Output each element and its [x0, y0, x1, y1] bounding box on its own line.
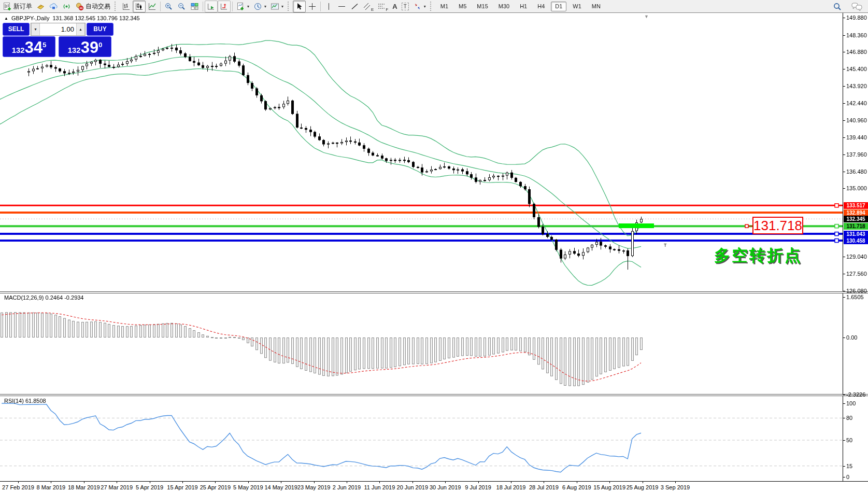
object-t-marker[interactable]: T [664, 243, 667, 248]
macd-indicator-plot[interactable] [0, 293, 843, 394]
horizontal-line-tool-button[interactable] [335, 1, 348, 12]
zoom-in-button[interactable] [162, 1, 175, 12]
cursor-icon [295, 2, 304, 11]
zoom-out-button[interactable] [175, 1, 188, 12]
timeframe-M30[interactable]: M30 [494, 2, 514, 11]
time-axis-label: 11 Jun 2019 [364, 484, 395, 490]
price-axis-tick [843, 291, 845, 291]
line-chart-icon [148, 2, 156, 11]
fibonacci-sub-label: F [386, 7, 388, 12]
autotrading-icon [75, 2, 84, 11]
text-tool-button[interactable]: A [390, 1, 399, 12]
price-axis-tick-label: 129.040 [846, 254, 867, 260]
search-icon [833, 2, 842, 11]
timeframe-H1[interactable]: H1 [516, 2, 531, 11]
arrows-dropdown-caret[interactable]: ▾ [424, 4, 426, 9]
rsi-axis-tick-label: 15 [846, 463, 852, 469]
price-level-label: 131.718 [844, 223, 868, 230]
toolbar-drag-handle[interactable] [288, 2, 291, 11]
time-axis-tick [84, 482, 84, 483]
green-highlight-segment[interactable] [619, 223, 654, 228]
trendline-tool-button[interactable] [348, 1, 361, 12]
channel-tool-button[interactable]: E [361, 1, 376, 12]
candlestick-chart-button[interactable] [133, 1, 146, 12]
sell-button[interactable]: SELL [3, 23, 30, 36]
chart-ohlc-values: 131.368 132.545 130.796 132.345 [52, 15, 139, 21]
text-label-tool-button[interactable]: T [400, 1, 411, 12]
panel-collapse-icon[interactable]: ▲ [4, 16, 8, 21]
rsi-axis-tick [843, 477, 845, 477]
indicators-dropdown-caret[interactable]: ▾ [247, 4, 249, 9]
price-axis-tick [843, 274, 845, 274]
rsi-axis-tick [843, 466, 845, 467]
time-axis-label: 8 Mar 2019 [37, 484, 66, 490]
chart-shift-icon [220, 2, 229, 11]
crosshair-tool-button[interactable] [306, 1, 319, 12]
price-axis-tick-label: 149.880 [846, 15, 867, 21]
periods-dropdown-caret[interactable]: ▾ [264, 4, 266, 9]
volume-input[interactable] [40, 23, 76, 35]
timeframe-H4[interactable]: H4 [533, 2, 549, 11]
timeframe-W1[interactable]: W1 [568, 2, 586, 11]
time-axis[interactable]: 27 Feb 20198 Mar 201918 Mar 201927 Mar 2… [0, 481, 868, 492]
macd-panel-splitter[interactable] [0, 291, 868, 293]
buy-button[interactable]: BUY [87, 23, 113, 36]
vertical-line-tool-button[interactable] [322, 1, 335, 12]
toolbar-drag-handle[interactable] [115, 2, 118, 11]
candlestick-chart-icon [135, 2, 144, 11]
market-button[interactable] [47, 1, 60, 12]
volume-decrease-button[interactable]: ▾ [31, 23, 40, 35]
clock-icon [253, 2, 262, 11]
buy-price-display[interactable]: 132390 [59, 36, 111, 57]
auto-scroll-button[interactable] [205, 1, 218, 12]
rsi-axis-tick-label: 100 [846, 400, 856, 406]
turning-point-annotation[interactable]: 多空转折点 [714, 245, 802, 266]
sell-price-prefix: 132 [12, 46, 25, 54]
time-axis-tick [314, 482, 315, 483]
time-axis-tick [544, 482, 544, 483]
sell-price-display[interactable]: 132345 [3, 36, 55, 57]
new-order-button[interactable]: 新订单 [1, 1, 34, 12]
chart-shift-button[interactable] [218, 1, 231, 12]
community-chat-button[interactable] [849, 1, 865, 12]
fibonacci-icon [378, 2, 385, 11]
price-axis-tick [843, 69, 845, 69]
autotrading-button[interactable]: 自动交易 [73, 1, 112, 12]
tile-windows-button[interactable] [188, 1, 201, 12]
fibonacci-tool-button[interactable]: F [376, 1, 390, 12]
price-axis-tick [843, 120, 845, 121]
toolbar-drag-handle[interactable] [430, 2, 433, 11]
price-callout-box[interactable]: 131.718 [752, 217, 803, 234]
bar-chart-button[interactable] [120, 1, 133, 12]
volume-increase-button[interactable]: ▴ [76, 23, 85, 35]
price-axis-tick [843, 137, 845, 138]
new-order-label: 新订单 [13, 2, 32, 11]
price-axis-tick-label: 140.960 [846, 117, 867, 123]
line-chart-button[interactable] [146, 1, 159, 12]
rsi-indicator-plot[interactable] [0, 396, 843, 481]
price-axis-tick [843, 154, 845, 155]
price-axis-tick [843, 172, 845, 172]
rsi-axis-tick [843, 403, 845, 404]
timeframe-M5[interactable]: M5 [454, 2, 471, 11]
price-axis-line[interactable] [843, 13, 843, 481]
timeframe-M15[interactable]: M15 [473, 2, 492, 11]
signals-button[interactable] [60, 1, 73, 12]
macd-axis-tick [843, 297, 845, 298]
templates-button[interactable]: ▾ [268, 1, 286, 12]
quotes-button[interactable] [34, 1, 47, 12]
timeframe-M1[interactable]: M1 [436, 2, 452, 11]
timeframe-MN[interactable]: MN [588, 2, 605, 11]
text-label-tool-icon: T [402, 3, 409, 10]
time-axis-tick [281, 482, 281, 483]
time-axis-label: 30 Jun 2019 [430, 484, 461, 490]
templates-dropdown-caret[interactable]: ▾ [281, 4, 283, 9]
indicators-button[interactable]: ▾ [234, 1, 251, 12]
periods-button[interactable]: ▾ [251, 1, 268, 12]
timeframe-D1[interactable]: D1 [551, 2, 566, 11]
cursor-tool-button[interactable] [293, 1, 306, 12]
rsi-panel-splitter[interactable] [0, 394, 868, 396]
arrows-tool-button[interactable]: ▾ [411, 1, 428, 12]
chart-shift-marker[interactable]: ▼ [644, 14, 649, 19]
search-button[interactable] [831, 1, 844, 12]
